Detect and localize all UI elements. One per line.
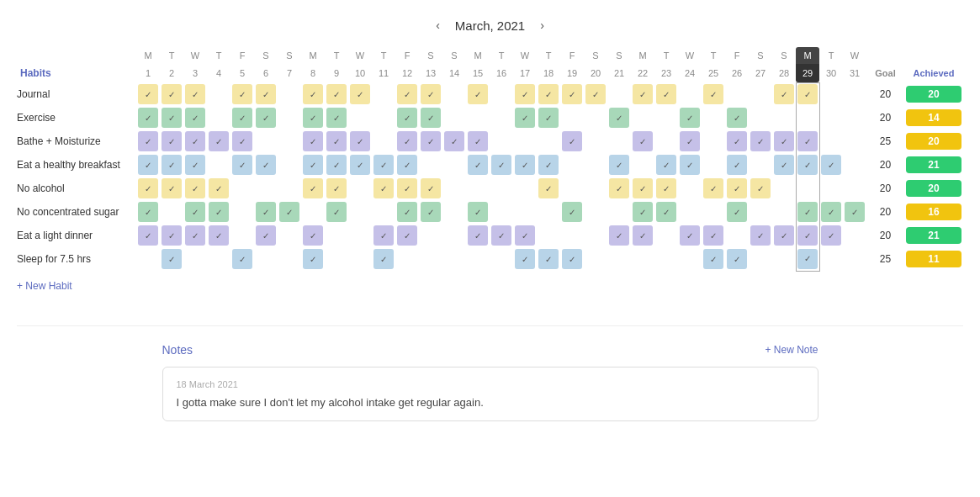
habit-cell-0-7[interactable]: ✓ [301,82,325,106]
habit-cell-4-30[interactable] [843,177,866,200]
habit-cell-0-23[interactable] [678,82,702,106]
habit-cell-3-6[interactable] [278,153,301,177]
habit-cell-3-29[interactable]: ✓ [819,153,843,177]
habit-cell-3-20[interactable]: ✓ [607,153,631,177]
habit-cell-0-27[interactable]: ✓ [772,82,796,106]
habit-cell-3-14[interactable]: ✓ [466,153,490,177]
habit-cell-2-5[interactable] [254,130,278,153]
habit-cell-4-23[interactable] [678,177,702,200]
habit-cell-3-3[interactable] [207,153,230,177]
habit-cell-7-26[interactable] [749,247,772,271]
habit-cell-0-30[interactable] [843,82,866,106]
new-habit-button[interactable]: + New Habit [17,272,72,300]
habit-cell-0-29[interactable] [819,82,843,106]
habit-cell-3-27[interactable]: ✓ [772,153,796,177]
habit-cell-5-2[interactable]: ✓ [183,200,207,224]
habit-cell-2-28[interactable]: ✓ [796,130,819,153]
habit-cell-2-20[interactable] [607,130,631,153]
habit-cell-7-0[interactable] [136,247,160,271]
habit-cell-5-28[interactable]: ✓ [796,200,819,224]
habit-cell-6-6[interactable] [278,224,301,247]
habit-cell-0-20[interactable] [607,82,631,106]
habit-cell-6-26[interactable]: ✓ [749,224,772,247]
habit-cell-7-24[interactable]: ✓ [702,247,725,271]
habit-cell-3-22[interactable]: ✓ [654,153,678,177]
habit-cell-6-17[interactable] [537,224,560,247]
habit-cell-3-18[interactable] [560,153,584,177]
habit-cell-2-11[interactable]: ✓ [395,130,419,153]
habit-cell-5-27[interactable] [772,200,796,224]
habit-cell-2-15[interactable] [490,130,513,153]
habit-cell-4-13[interactable] [442,177,466,200]
habit-cell-0-16[interactable]: ✓ [513,82,537,106]
habit-cell-5-17[interactable] [537,200,560,224]
habit-cell-4-10[interactable]: ✓ [372,177,395,200]
habit-cell-7-11[interactable] [395,247,419,271]
habit-cell-5-1[interactable] [160,200,183,224]
habit-cell-1-24[interactable] [702,106,725,130]
habit-cell-7-29[interactable] [819,247,843,271]
habit-cell-1-23[interactable]: ✓ [678,106,702,130]
habit-cell-4-24[interactable]: ✓ [702,177,725,200]
habit-cell-3-30[interactable] [843,153,866,177]
habit-cell-5-16[interactable] [513,200,537,224]
habit-cell-0-12[interactable]: ✓ [419,82,442,106]
habit-cell-2-2[interactable]: ✓ [183,130,207,153]
habit-cell-3-7[interactable]: ✓ [301,153,325,177]
habit-cell-3-2[interactable]: ✓ [183,153,207,177]
habit-cell-7-8[interactable] [325,247,348,271]
habit-cell-5-14[interactable]: ✓ [466,200,490,224]
habit-cell-5-7[interactable] [301,200,325,224]
habit-cell-0-1[interactable]: ✓ [160,82,183,106]
habit-cell-4-27[interactable] [772,177,796,200]
new-note-button[interactable]: + New Note [765,344,818,356]
habit-cell-6-25[interactable] [725,224,749,247]
habit-cell-5-15[interactable] [490,200,513,224]
habit-cell-6-20[interactable]: ✓ [607,224,631,247]
habit-cell-0-22[interactable]: ✓ [654,82,678,106]
habit-cell-4-14[interactable] [466,177,490,200]
habit-cell-2-22[interactable] [654,130,678,153]
habit-cell-0-3[interactable] [207,82,230,106]
habit-cell-5-20[interactable] [607,200,631,224]
habit-cell-1-3[interactable] [207,106,230,130]
habit-cell-7-16[interactable]: ✓ [513,247,537,271]
habit-cell-6-0[interactable]: ✓ [136,224,160,247]
habit-cell-6-4[interactable] [230,224,254,247]
habit-cell-4-25[interactable]: ✓ [725,177,749,200]
habit-cell-7-25[interactable]: ✓ [725,247,749,271]
habit-cell-3-9[interactable]: ✓ [348,153,372,177]
habit-cell-2-30[interactable] [843,130,866,153]
habit-cell-3-13[interactable] [442,153,466,177]
habit-cell-1-30[interactable] [843,106,866,130]
habit-cell-1-18[interactable] [560,106,584,130]
habit-cell-3-12[interactable] [419,153,442,177]
habit-cell-4-1[interactable]: ✓ [160,177,183,200]
habit-cell-4-17[interactable]: ✓ [537,177,560,200]
habit-cell-7-21[interactable] [631,247,654,271]
habit-cell-3-19[interactable] [584,153,607,177]
habit-cell-6-28[interactable]: ✓ [796,224,819,247]
habit-cell-2-3[interactable]: ✓ [207,130,230,153]
habit-cell-4-15[interactable] [490,177,513,200]
habit-cell-2-16[interactable] [513,130,537,153]
habit-cell-3-5[interactable]: ✓ [254,153,278,177]
habit-cell-7-17[interactable]: ✓ [537,247,560,271]
habit-cell-7-2[interactable] [183,247,207,271]
habit-cell-1-14[interactable] [466,106,490,130]
habit-cell-7-27[interactable] [772,247,796,271]
habit-cell-1-2[interactable]: ✓ [183,106,207,130]
habit-cell-1-29[interactable] [819,106,843,130]
habit-cell-4-12[interactable]: ✓ [419,177,442,200]
habit-cell-4-11[interactable]: ✓ [395,177,419,200]
habit-cell-0-6[interactable] [278,82,301,106]
habit-cell-2-13[interactable]: ✓ [442,130,466,153]
habit-cell-3-8[interactable]: ✓ [325,153,348,177]
habit-cell-5-10[interactable] [372,200,395,224]
habit-cell-1-19[interactable] [584,106,607,130]
habit-cell-6-30[interactable] [843,224,866,247]
habit-cell-3-26[interactable] [749,153,772,177]
habit-cell-6-15[interactable]: ✓ [490,224,513,247]
habit-cell-6-21[interactable]: ✓ [631,224,654,247]
habit-cell-5-21[interactable]: ✓ [631,200,654,224]
